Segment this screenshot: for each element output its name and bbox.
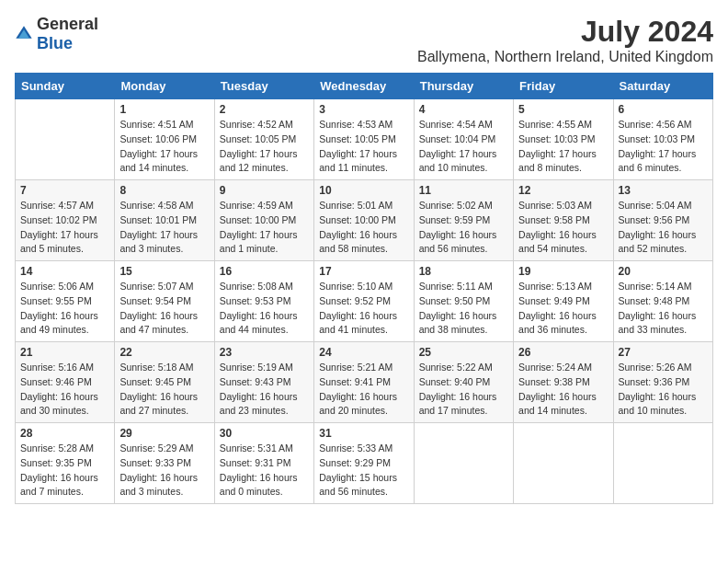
day-info: Sunrise: 5:04 AMSunset: 9:56 PMDaylight:… [619, 199, 708, 257]
day-number: 18 [419, 265, 508, 278]
sunrise-text: Sunrise: 5:33 AM [319, 442, 408, 456]
sunrise-text: Sunrise: 5:06 AM [20, 280, 109, 294]
day-info: Sunrise: 5:06 AMSunset: 9:55 PMDaylight:… [20, 280, 109, 338]
sunrise-text: Sunrise: 4:59 AM [220, 199, 309, 213]
calendar-cell: 11Sunrise: 5:02 AMSunset: 9:59 PMDayligh… [414, 180, 513, 261]
daylight-text: Daylight: 16 hours and 44 minutes. [220, 309, 309, 339]
col-header-tuesday: Tuesday [214, 74, 313, 99]
sunset-text: Sunset: 10:06 PM [119, 132, 209, 147]
daylight-text: Daylight: 16 hours and 30 minutes. [20, 390, 109, 419]
sunrise-text: Sunrise: 5:29 AM [119, 442, 209, 456]
sunset-text: Sunset: 9:59 PM [419, 213, 508, 228]
main-title: July 2024 [417, 15, 713, 49]
sunset-text: Sunset: 9:54 PM [119, 294, 209, 309]
calendar-cell: 25Sunrise: 5:22 AMSunset: 9:40 PMDayligh… [414, 342, 513, 423]
day-number: 13 [619, 184, 708, 197]
calendar-cell: 4Sunrise: 4:54 AMSunset: 10:04 PMDayligh… [414, 99, 513, 180]
daylight-text: Daylight: 16 hours and 49 minutes. [20, 309, 109, 339]
calendar-cell [414, 423, 513, 504]
sunset-text: Sunset: 10:05 PM [319, 132, 408, 147]
day-number: 14 [20, 265, 109, 278]
calendar-cell: 29Sunrise: 5:29 AMSunset: 9:33 PMDayligh… [115, 423, 214, 504]
day-number: 2 [220, 103, 309, 116]
calendar-cell: 3Sunrise: 4:53 AMSunset: 10:05 PMDayligh… [314, 99, 414, 180]
day-number: 30 [220, 427, 309, 440]
sunrise-text: Sunrise: 5:04 AM [619, 199, 708, 213]
logo-blue: Blue [37, 34, 73, 52]
subtitle: Ballymena, Northern Ireland, United King… [417, 49, 713, 65]
calendar-cell: 23Sunrise: 5:19 AMSunset: 9:43 PMDayligh… [214, 342, 313, 423]
day-number: 12 [518, 184, 608, 197]
sunset-text: Sunset: 9:49 PM [518, 294, 608, 309]
sunrise-text: Sunrise: 4:55 AM [518, 118, 608, 132]
day-info: Sunrise: 5:33 AMSunset: 9:29 PMDaylight:… [319, 442, 408, 500]
calendar-cell: 10Sunrise: 5:01 AMSunset: 10:00 PMDaylig… [314, 180, 414, 261]
day-number: 26 [518, 346, 608, 359]
sunrise-text: Sunrise: 5:14 AM [619, 280, 708, 294]
sunset-text: Sunset: 10:03 PM [619, 132, 708, 147]
sunrise-text: Sunrise: 5:07 AM [119, 280, 209, 294]
day-info: Sunrise: 5:21 AMSunset: 9:41 PMDaylight:… [319, 361, 408, 419]
daylight-text: Daylight: 16 hours and 14 minutes. [518, 390, 608, 419]
day-info: Sunrise: 4:56 AMSunset: 10:03 PMDaylight… [619, 118, 708, 176]
day-info: Sunrise: 5:03 AMSunset: 9:58 PMDaylight:… [518, 199, 608, 257]
calendar-cell: 8Sunrise: 4:58 AMSunset: 10:01 PMDayligh… [115, 180, 214, 261]
sunset-text: Sunset: 9:48 PM [619, 294, 708, 309]
daylight-text: Daylight: 16 hours and 38 minutes. [419, 309, 508, 339]
sunset-text: Sunset: 9:50 PM [419, 294, 508, 309]
daylight-text: Daylight: 16 hours and 54 minutes. [518, 228, 608, 258]
sunset-text: Sunset: 9:29 PM [319, 456, 408, 471]
day-number: 9 [220, 184, 309, 197]
daylight-text: Daylight: 16 hours and 17 minutes. [419, 390, 508, 419]
day-number: 24 [319, 346, 408, 359]
calendar-cell: 12Sunrise: 5:03 AMSunset: 9:58 PMDayligh… [514, 180, 613, 261]
sunrise-text: Sunrise: 5:19 AM [220, 361, 309, 375]
sunset-text: Sunset: 10:00 PM [319, 213, 408, 228]
day-info: Sunrise: 5:29 AMSunset: 9:33 PMDaylight:… [119, 442, 209, 500]
daylight-text: Daylight: 17 hours and 3 minutes. [119, 228, 209, 258]
calendar-cell: 14Sunrise: 5:06 AMSunset: 9:55 PMDayligh… [16, 261, 115, 342]
day-info: Sunrise: 4:58 AMSunset: 10:01 PMDaylight… [119, 199, 209, 257]
sunrise-text: Sunrise: 4:52 AM [220, 118, 309, 132]
day-number: 17 [319, 265, 408, 278]
col-header-monday: Monday [115, 74, 214, 99]
col-header-sunday: Sunday [16, 74, 115, 99]
day-info: Sunrise: 4:57 AMSunset: 10:02 PMDaylight… [20, 199, 109, 257]
calendar-cell: 15Sunrise: 5:07 AMSunset: 9:54 PMDayligh… [115, 261, 214, 342]
col-header-wednesday: Wednesday [314, 74, 414, 99]
daylight-text: Daylight: 16 hours and 27 minutes. [119, 390, 209, 419]
day-number: 29 [119, 427, 209, 440]
day-number: 7 [20, 184, 109, 197]
calendar-cell: 7Sunrise: 4:57 AMSunset: 10:02 PMDayligh… [16, 180, 115, 261]
day-info: Sunrise: 5:13 AMSunset: 9:49 PMDaylight:… [518, 280, 608, 338]
calendar-cell: 18Sunrise: 5:11 AMSunset: 9:50 PMDayligh… [414, 261, 513, 342]
day-number: 21 [20, 346, 109, 359]
sunset-text: Sunset: 9:36 PM [619, 375, 708, 390]
sunset-text: Sunset: 9:53 PM [220, 294, 309, 309]
calendar-cell [16, 99, 115, 180]
day-info: Sunrise: 4:55 AMSunset: 10:03 PMDaylight… [518, 118, 608, 176]
day-info: Sunrise: 5:28 AMSunset: 9:35 PMDaylight:… [20, 442, 109, 500]
daylight-text: Daylight: 16 hours and 41 minutes. [319, 309, 408, 339]
sunrise-text: Sunrise: 4:54 AM [419, 118, 508, 132]
daylight-text: Daylight: 17 hours and 5 minutes. [20, 228, 109, 258]
daylight-text: Daylight: 16 hours and 58 minutes. [319, 228, 408, 258]
day-number: 6 [619, 103, 708, 116]
calendar-cell [613, 423, 712, 504]
day-info: Sunrise: 5:08 AMSunset: 9:53 PMDaylight:… [220, 280, 309, 338]
daylight-text: Daylight: 17 hours and 10 minutes. [419, 147, 508, 177]
sunset-text: Sunset: 10:04 PM [419, 132, 508, 147]
day-info: Sunrise: 5:11 AMSunset: 9:50 PMDaylight:… [419, 280, 508, 338]
calendar-cell: 28Sunrise: 5:28 AMSunset: 9:35 PMDayligh… [16, 423, 115, 504]
sunset-text: Sunset: 9:33 PM [119, 456, 209, 471]
sunset-text: Sunset: 9:55 PM [20, 294, 109, 309]
day-info: Sunrise: 5:19 AMSunset: 9:43 PMDaylight:… [220, 361, 309, 419]
calendar-cell [514, 423, 613, 504]
sunrise-text: Sunrise: 5:18 AM [119, 361, 209, 375]
day-number: 28 [20, 427, 109, 440]
daylight-text: Daylight: 16 hours and 47 minutes. [119, 309, 209, 339]
sunset-text: Sunset: 10:03 PM [518, 132, 608, 147]
day-number: 16 [220, 265, 309, 278]
sunset-text: Sunset: 9:45 PM [119, 375, 209, 390]
calendar-cell: 16Sunrise: 5:08 AMSunset: 9:53 PMDayligh… [214, 261, 313, 342]
